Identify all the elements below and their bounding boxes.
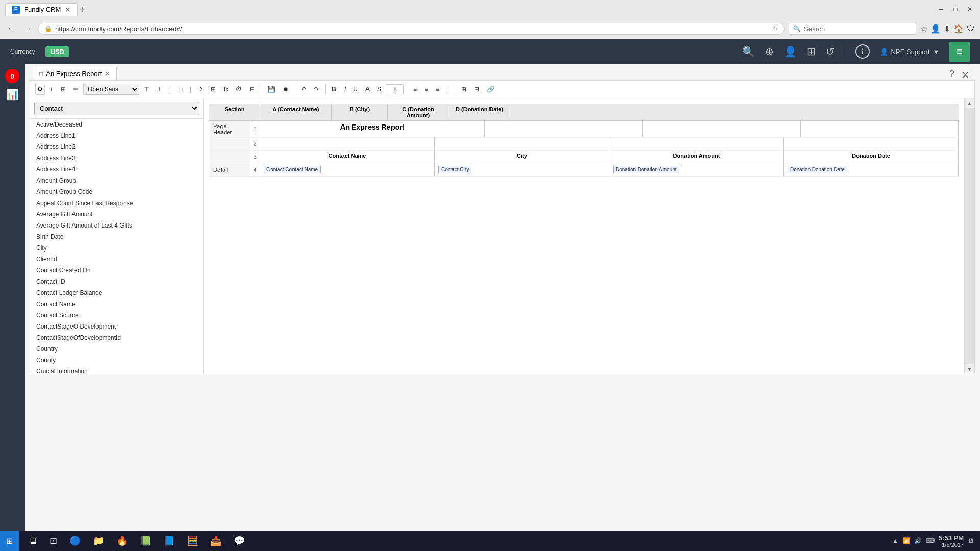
- list-item[interactable]: Contact ID: [30, 276, 203, 287]
- undo-button[interactable]: ↶: [298, 84, 309, 94]
- taskbar-item-windows[interactable]: 🖥: [23, 532, 42, 550]
- panel-close-button[interactable]: ✕: [961, 69, 970, 81]
- person-header-icon[interactable]: 👤: [784, 45, 797, 58]
- list-item[interactable]: ClientId: [30, 254, 203, 265]
- close-window-button[interactable]: ✕: [965, 4, 975, 14]
- indent-button[interactable]: ⊞: [458, 84, 470, 94]
- record-button[interactable]: ⏺: [280, 84, 292, 94]
- volume-icon[interactable]: 🔊: [914, 537, 922, 544]
- minimize-button[interactable]: ─: [936, 4, 946, 14]
- shield-icon[interactable]: 🛡: [967, 24, 975, 34]
- redo-button[interactable]: ↷: [311, 84, 322, 94]
- outdent-button[interactable]: ⊟: [471, 84, 482, 94]
- font-family-select[interactable]: Open Sans Arial Verdana: [83, 84, 139, 95]
- add-header-icon[interactable]: ⊕: [765, 45, 774, 58]
- row2-col-b[interactable]: [435, 138, 609, 150]
- back-button[interactable]: ←: [5, 22, 17, 35]
- menu-button[interactable]: ≡: [949, 42, 970, 62]
- list-item[interactable]: City: [30, 242, 203, 254]
- notification-badge[interactable]: 0: [5, 69, 19, 83]
- address-bar[interactable]: 🔒 ↻: [38, 23, 785, 35]
- download-icon[interactable]: ⬇: [944, 24, 950, 34]
- list-item[interactable]: Birth Date: [30, 231, 203, 242]
- align-top-button[interactable]: ⊤: [141, 84, 152, 94]
- search-header-icon[interactable]: 🔍: [742, 45, 755, 58]
- list-item[interactable]: ContactStageOfDevelopment: [30, 321, 203, 332]
- row2-col-c[interactable]: [609, 138, 784, 150]
- add-field-button[interactable]: +: [46, 84, 56, 94]
- scroll-track[interactable]: [965, 108, 974, 364]
- field-list-scroll[interactable]: Active/Deceased Address Line1 Address Li…: [30, 119, 203, 374]
- history-header-icon[interactable]: ↺: [826, 45, 835, 58]
- list-item[interactable]: Address Line4: [30, 164, 203, 175]
- list-item[interactable]: Address Line2: [30, 141, 203, 153]
- col-d-content-header[interactable]: Donation Date: [784, 151, 959, 163]
- taskbar-item-multiview[interactable]: ⊡: [44, 532, 62, 550]
- col-c-content-header[interactable]: Donation Amount: [609, 151, 784, 163]
- list-item[interactable]: Address Line3: [30, 153, 203, 164]
- home-icon[interactable]: 🏠: [953, 24, 964, 34]
- row1-col-a[interactable]: An Express Report: [260, 121, 485, 137]
- align-center-button[interactable]: ≡: [422, 84, 431, 94]
- network-icon[interactable]: 📶: [902, 537, 910, 544]
- info-icon[interactable]: ℹ: [855, 44, 870, 59]
- browser-tab[interactable]: F Fundly CRM ✕: [5, 3, 78, 16]
- underline-button[interactable]: U: [350, 84, 361, 94]
- box-button[interactable]: □: [176, 84, 185, 94]
- scroll-up-arrow[interactable]: ▲: [965, 98, 974, 108]
- table-button[interactable]: ⊞: [58, 84, 69, 94]
- field-category-select[interactable]: Contact Donation Campaign Appeal: [34, 102, 199, 115]
- col-a-content-header[interactable]: Contact Name: [260, 151, 435, 163]
- scroll-down-arrow[interactable]: ▼: [965, 364, 974, 374]
- browser-search-input[interactable]: [804, 25, 896, 33]
- align-left-button[interactable]: ≡: [410, 84, 420, 94]
- taskbar-item-calc[interactable]: 🧮: [182, 532, 203, 550]
- notifications-icon[interactable]: 🖥: [968, 537, 974, 544]
- align-right-button[interactable]: ≡: [433, 84, 443, 94]
- list-item[interactable]: Crucial Information: [30, 366, 203, 374]
- system-arrow-icon[interactable]: ▲: [892, 537, 898, 544]
- color-button[interactable]: A: [362, 84, 373, 94]
- pencil-button[interactable]: ✏: [70, 84, 82, 94]
- taskbar-item-word[interactable]: 📘: [158, 532, 180, 550]
- list-item[interactable]: Contact Source: [30, 310, 203, 321]
- panel-help-button[interactable]: ?: [949, 69, 954, 80]
- link-button[interactable]: 🔗: [484, 84, 498, 94]
- report-tab-close-button[interactable]: ✕: [105, 70, 110, 78]
- grid2-button[interactable]: ⊟: [247, 84, 258, 94]
- maximize-button[interactable]: □: [950, 4, 961, 14]
- list-item[interactable]: Appeal Count Since Last Response: [30, 197, 203, 209]
- new-tab-button[interactable]: +: [80, 4, 86, 15]
- browser-search-box[interactable]: 🔍: [789, 23, 916, 35]
- tab-close-button[interactable]: ✕: [65, 6, 71, 14]
- list-item[interactable]: Contact Created On: [30, 265, 203, 276]
- detail-col-c[interactable]: Donation Donation Amount: [609, 163, 784, 176]
- clock-button[interactable]: ⏱: [233, 84, 245, 94]
- list-item[interactable]: Country: [30, 343, 203, 355]
- list-item[interactable]: Average Gift Amount of Last 4 Gifts: [30, 220, 203, 231]
- reload-button[interactable]: ↻: [773, 25, 778, 32]
- italic-button[interactable]: I: [341, 84, 349, 94]
- row1-col-d[interactable]: [801, 121, 959, 137]
- chart-sidebar-icon[interactable]: 📊: [6, 88, 19, 101]
- taskbar-item-excel[interactable]: 📗: [135, 532, 156, 550]
- start-button[interactable]: ⊞: [0, 531, 19, 551]
- grid-header-icon[interactable]: ⊞: [807, 45, 816, 58]
- row2-col-a[interactable]: [260, 138, 435, 150]
- profile-icon[interactable]: 👤: [930, 24, 941, 34]
- right-scrollbar[interactable]: ▲ ▼: [964, 98, 974, 374]
- detail-col-d[interactable]: Donation Donation Date: [784, 163, 959, 176]
- detail-col-a[interactable]: Contact Contact Name: [260, 163, 435, 176]
- url-input[interactable]: [55, 25, 770, 33]
- list-item[interactable]: County: [30, 355, 203, 366]
- list-item[interactable]: Active/Deceased: [30, 119, 203, 130]
- list-item[interactable]: Contact Ledger Balance: [30, 287, 203, 298]
- bold-button[interactable]: B: [329, 84, 339, 94]
- save-report-button[interactable]: 💾: [264, 84, 278, 94]
- list-item[interactable]: Average Gift Amount: [30, 209, 203, 220]
- list-item[interactable]: ContactStageOfDevelopmentId: [30, 332, 203, 343]
- report-tab[interactable]: □ An Express Report ✕: [33, 67, 117, 80]
- taskbar-item-downloads[interactable]: 📥: [205, 532, 227, 550]
- list-item[interactable]: Amount Group: [30, 175, 203, 186]
- taskbar-item-edge[interactable]: 🔵: [64, 532, 86, 550]
